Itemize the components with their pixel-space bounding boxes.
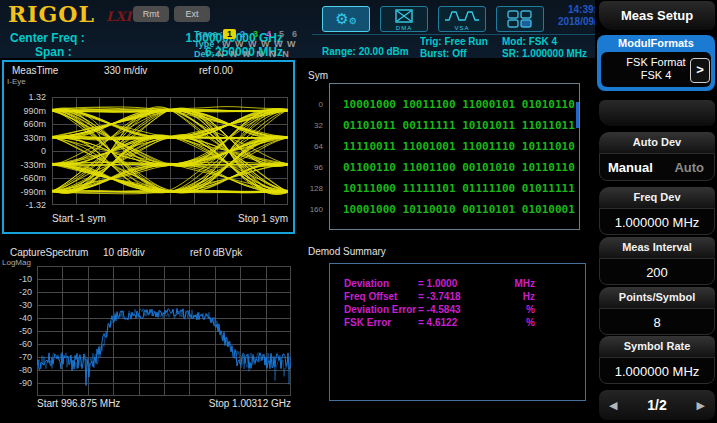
spectrum-y-label: -90: [0, 378, 32, 388]
symbol-rate-value[interactable]: 1.000000 MHz: [599, 357, 715, 384]
next-page-arrow-icon[interactable]: ▶: [697, 390, 705, 420]
demod-row-label: FSK Error: [344, 317, 391, 328]
type-label: Type :: [194, 39, 220, 49]
symbol-rate-softkey[interactable]: Symbol Rate: [599, 336, 715, 357]
meas-interval-value[interactable]: 200: [599, 258, 715, 285]
eye-diagram-plot: [52, 97, 288, 205]
sym-row-bits: 10001000 10110010 00110101 01010001: [343, 203, 575, 216]
eye-y-label: 1.32: [4, 92, 46, 102]
sym-row-bits: 11110011 11001001 11001110 10111010: [343, 140, 575, 153]
trace-select-1[interactable]: 1: [223, 29, 236, 39]
eye-y-label: -990m: [4, 187, 46, 197]
ext-button[interactable]: Ext: [174, 6, 210, 22]
auto-dev-auto-option[interactable]: Auto: [674, 154, 704, 181]
sym-title: Sym: [308, 70, 328, 81]
sym-row-bits: 10001000 10011100 11000101 01010110: [343, 98, 575, 111]
trace-select-2[interactable]: 2: [236, 29, 249, 39]
sym-row-bits: 01100110 11001100 00101010 10110110: [343, 161, 575, 174]
spectrum-x-start: Start 996.875 MHz: [37, 398, 120, 409]
settings-gears-icon[interactable]: ⚙⚙: [322, 6, 370, 32]
rmt-button[interactable]: Rmt: [133, 6, 169, 22]
trace-type-1[interactable]: W: [220, 39, 233, 49]
freq-dev-value[interactable]: 1.000000 MHz: [599, 208, 715, 235]
trace-det-6[interactable]: N: [279, 49, 292, 59]
type-row: Type :WWWWWW: [194, 39, 298, 49]
points-symbol-softkey[interactable]: Points/Symbol: [599, 287, 715, 308]
instrument-screen: RIGOL LXI Rmt Ext ⚙⚙ DMA VSA: [0, 0, 717, 423]
spectrum-y-label: -50: [0, 326, 32, 336]
points-symbol-value[interactable]: 8: [599, 308, 715, 335]
gear-small-icon: ⚙: [349, 16, 357, 26]
blank-softkey[interactable]: [599, 100, 715, 126]
capture-spectrum-panel[interactable]: CaptureSpectrum 10 dB/div ref 0 dBVpk Lo…: [0, 238, 296, 423]
demod-row-value: = 1.0000: [418, 278, 457, 289]
trace-det-2[interactable]: N: [227, 49, 240, 59]
auto-dev-options[interactable]: Manual Auto: [599, 153, 715, 181]
trace-select-5[interactable]: 5: [275, 29, 288, 39]
span-label: Span :: [35, 45, 72, 59]
trace-det-5[interactable]: N: [266, 49, 279, 59]
dma-constellation-icon: [393, 9, 415, 24]
demod-summary-panel[interactable]: Demod Summary Deviation= 1.0000MHzFreq O…: [296, 238, 595, 421]
vsa-mode-icon[interactable]: VSA: [438, 6, 486, 32]
header-divider: [312, 34, 595, 35]
trace-type-6[interactable]: W: [285, 39, 298, 49]
eye-y-label: 0: [4, 146, 46, 156]
modulformats-softkey[interactable]: ModulFormats FSK Format FSK 4 >: [597, 35, 715, 91]
sym-row-index: 160: [296, 205, 323, 214]
trace-select-6[interactable]: 6: [288, 29, 301, 39]
trace-type-4[interactable]: W: [259, 39, 272, 49]
eye-x-start: Start -1 sym: [52, 213, 106, 224]
trace-row: Trace :123456: [194, 29, 301, 39]
trig-status: Trig: Free Run: [420, 36, 488, 47]
meas-setup-menu-title[interactable]: Meas Setup: [599, 1, 715, 30]
spectrum-trace-mode: LogMag: [2, 258, 31, 267]
symbol-table-panel[interactable]: Sym 010001000 10011100 11000101 01010110…: [296, 60, 595, 236]
spectrum-y-label: -40: [0, 313, 32, 323]
freq-dev-softkey[interactable]: Freq Dev: [599, 187, 715, 208]
auto-dev-softkey[interactable]: Auto Dev: [599, 132, 715, 153]
trace-type-2[interactable]: W: [233, 39, 246, 49]
demod-row-label: Deviation: [344, 278, 389, 289]
spectrum-y-label: -30: [0, 300, 32, 310]
trace-select-4[interactable]: 4: [262, 29, 275, 39]
trace-det-1[interactable]: N: [214, 49, 227, 59]
meastime-eye-panel[interactable]: MeasTime 330 m/div ref 0.00 I-Eye Start …: [2, 60, 295, 234]
sym-row-index: 0: [296, 100, 323, 109]
sym-scrollbar[interactable]: [576, 102, 579, 128]
gear-icon: ⚙: [335, 10, 348, 27]
meas-interval-softkey[interactable]: Meas Interval: [599, 237, 715, 258]
demod-row-unit: %: [480, 317, 535, 328]
demod-results-box: Deviation= 1.0000MHzFreq Offset= -3.7418…: [329, 263, 586, 401]
meastime-scale: 330 m/div: [104, 65, 147, 76]
demod-row-value: = -3.7418: [418, 291, 461, 302]
sym-row-index: 32: [296, 121, 323, 130]
trace-det-4[interactable]: N: [253, 49, 266, 59]
spectrum-scale: 10 dB/div: [103, 247, 145, 258]
sym-row-index: 128: [296, 184, 323, 193]
sr-status: SR: 1.000000 MHz: [502, 48, 587, 59]
header-bar: RIGOL LXI Rmt Ext ⚙⚙ DMA VSA: [0, 0, 595, 58]
auto-dev-manual-option[interactable]: Manual: [608, 154, 653, 181]
submenu-arrow-icon[interactable]: >: [690, 58, 710, 83]
dma-mode-icon[interactable]: DMA: [380, 6, 428, 32]
eye-y-label: 330m: [4, 133, 46, 143]
demod-title: Demod Summary: [308, 246, 386, 257]
spectrum-y-label: -70: [0, 352, 32, 362]
trace-type-5[interactable]: W: [272, 39, 285, 49]
trace-type-3[interactable]: W: [246, 39, 259, 49]
grid-windows-icon: [507, 10, 533, 28]
spectrum-plot: [37, 266, 291, 396]
mod-status: Mod: FSK 4: [502, 36, 557, 47]
trace-det-3[interactable]: N: [240, 49, 253, 59]
page-navigation: ◀ 1/2 ▶: [599, 390, 715, 420]
softkey-menu: Meas Setup ModulFormats FSK Format FSK 4…: [595, 0, 717, 423]
demod-row-label: Deviation Error: [344, 304, 416, 315]
trace-select-3[interactable]: 3: [249, 29, 262, 39]
demod-row-value: = -4.5843: [418, 304, 461, 315]
det-row: Det :NNNNNN: [194, 49, 292, 59]
spectrum-y-label: -20: [0, 287, 32, 297]
eye-y-label: -1.32: [4, 200, 46, 210]
spectrum-title: CaptureSpectrum: [10, 247, 88, 258]
window-layout-icon[interactable]: [496, 6, 544, 32]
